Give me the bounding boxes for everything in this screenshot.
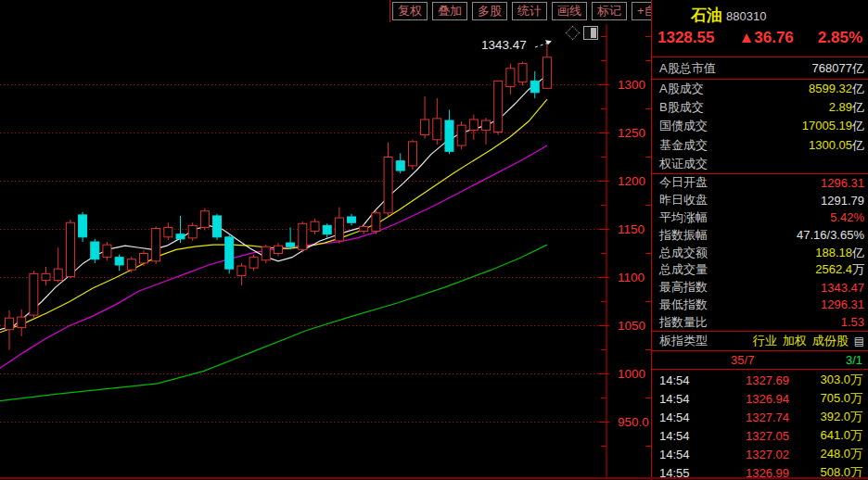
advance-decline: 涨家.涨停35/7跌家.跌停3/1 bbox=[652, 351, 868, 369]
y-axis-label: 950.0 bbox=[618, 415, 649, 429]
tick-row: 14:541327.74392.0万 bbox=[652, 408, 868, 426]
row-value: 2562.4万 bbox=[815, 261, 864, 278]
board-type: 板指类型行业加权成份股▤ bbox=[652, 332, 868, 350]
table-row: 权证成交 bbox=[652, 155, 868, 173]
app-window: 1300125012001150110010501000950.01343.47… bbox=[0, 0, 868, 480]
row-value: 1300.05亿 bbox=[809, 137, 864, 154]
diamond-icon[interactable] bbox=[566, 26, 581, 41]
candle-16 bbox=[200, 211, 209, 228]
row-label: 总成交量 bbox=[659, 261, 708, 278]
bottom-border bbox=[0, 477, 868, 479]
candle-7 bbox=[91, 242, 99, 259]
candle-27 bbox=[335, 218, 343, 241]
row-label: 板指类型 bbox=[659, 333, 708, 349]
board-type-value: 加权 bbox=[783, 333, 807, 349]
down-label: 跌家.跌停 bbox=[774, 352, 826, 369]
y-axis-label: 1200 bbox=[618, 174, 645, 188]
table-row: 昨日收盘1291.79 bbox=[652, 192, 868, 209]
tick-time: 14:54 bbox=[659, 448, 711, 461]
candle-23 bbox=[287, 243, 295, 246]
tick-time: 14:54 bbox=[659, 411, 711, 424]
candle-2 bbox=[30, 273, 38, 315]
instrument-name: 石油 bbox=[691, 6, 722, 24]
table-row: A股总市值768077亿 bbox=[652, 58, 868, 79]
ma-slow-magenta bbox=[0, 145, 547, 368]
toolbar-button-1[interactable]: 叠加 bbox=[432, 2, 467, 20]
ma-long-green bbox=[0, 245, 547, 400]
table-row: 平均涨幅5.42% bbox=[652, 209, 868, 227]
candle-1 bbox=[18, 317, 26, 327]
y-axis-label: 1100 bbox=[618, 271, 645, 284]
candle-14 bbox=[176, 234, 185, 239]
row-value: 8599.32亿 bbox=[809, 81, 864, 97]
y-axis-label: 1250 bbox=[618, 126, 645, 140]
separator bbox=[652, 57, 868, 57]
candle-15 bbox=[188, 225, 197, 238]
row-label: 今日开盘 bbox=[659, 174, 708, 191]
candle-21 bbox=[262, 246, 270, 260]
toolbar-button-4[interactable]: 画线 bbox=[552, 2, 587, 20]
candle-9 bbox=[115, 258, 123, 265]
row-value: 188.18亿 bbox=[815, 245, 864, 261]
candle-31 bbox=[384, 158, 392, 213]
toolbar-button-2[interactable]: 多股 bbox=[472, 2, 507, 20]
chart-corner-icons bbox=[568, 26, 598, 40]
candle-38 bbox=[469, 120, 478, 130]
tick-time: 14:54 bbox=[659, 392, 711, 406]
table-row: 指数振幅47.16/3.65% bbox=[652, 226, 868, 244]
candle-22 bbox=[274, 246, 282, 253]
candle-24 bbox=[299, 223, 307, 249]
row-label: 权证成交 bbox=[659, 156, 708, 172]
market-cap-row: A股总市值768077亿 bbox=[652, 58, 868, 79]
row-label: 总成交额 bbox=[659, 245, 708, 261]
board-list-icon[interactable]: ▤ bbox=[854, 335, 864, 347]
quote-panel: 石油880310 1328.55 ▲36.76 2.85% A股总市值76807… bbox=[651, 0, 868, 480]
row-label: 最低指数 bbox=[659, 297, 708, 313]
candle-6 bbox=[79, 215, 87, 237]
instrument-title: 石油880310 bbox=[652, 5, 868, 26]
price-change-pct: 2.85% bbox=[818, 29, 862, 47]
candle-12 bbox=[152, 228, 160, 260]
row-label: 平均涨幅 bbox=[659, 209, 708, 226]
row-label: A股成交 bbox=[659, 81, 704, 97]
y-axis-label: 1050 bbox=[618, 319, 645, 333]
candle-30 bbox=[372, 213, 380, 232]
tick-row: 14:541327.02248.0万 bbox=[652, 445, 868, 463]
up-label: 涨家.涨停 bbox=[659, 352, 711, 369]
candle-29 bbox=[360, 226, 368, 231]
down-value: 3/1 bbox=[846, 353, 862, 367]
table-row: 指数量比1.53 bbox=[652, 313, 868, 331]
toolbar-button-0[interactable]: 复权 bbox=[392, 2, 428, 20]
candle-20 bbox=[249, 258, 258, 268]
candle-34 bbox=[421, 120, 429, 135]
table-row: B股成交2.89亿 bbox=[652, 98, 868, 117]
split-window-icon[interactable] bbox=[583, 26, 598, 40]
row-label: 最高指数 bbox=[659, 279, 708, 296]
tick-volume: 303.0万 bbox=[789, 372, 862, 388]
turnover-rows: A股成交8599.32亿B股成交2.89亿国债成交17005.19亿基金成交13… bbox=[652, 80, 868, 173]
tick-price: 1327.02 bbox=[711, 448, 789, 461]
table-row: 总成交额188.18亿 bbox=[652, 244, 868, 261]
quote-line: 1328.55 ▲36.76 2.85% bbox=[657, 29, 862, 47]
candle-19 bbox=[237, 266, 246, 275]
row-value: 1343.47 bbox=[821, 281, 864, 295]
tick-price: 1326.94 bbox=[711, 392, 789, 406]
tick-price: 1327.05 bbox=[711, 429, 789, 443]
candle-36 bbox=[445, 120, 453, 151]
candle-41 bbox=[506, 69, 515, 87]
candle-18 bbox=[225, 237, 234, 269]
tick-time: 14:54 bbox=[659, 373, 711, 387]
row-value: 47.16/3.65% bbox=[797, 228, 864, 242]
row-label: 昨日收盘 bbox=[659, 192, 708, 208]
row-value: 5.42% bbox=[830, 210, 864, 224]
candle-32 bbox=[396, 161, 404, 171]
advance-decline-row: 涨家.涨停35/7跌家.跌停3/1 bbox=[652, 351, 868, 369]
candle-39 bbox=[482, 120, 491, 130]
row-label: B股成交 bbox=[659, 99, 704, 116]
toolbar-button-3[interactable]: 统计 bbox=[512, 2, 547, 20]
price-change: ▲36.76 bbox=[738, 29, 793, 47]
toolbar-button-5[interactable]: 标记 bbox=[592, 2, 627, 20]
tick-list[interactable]: 14:541327.69303.0万14:541326.94705.0万14:5… bbox=[652, 371, 868, 480]
board-type-value: 成份股 bbox=[812, 333, 849, 349]
candlestick-chart[interactable]: 1300125012001150110010501000950.01343.47 bbox=[0, 0, 651, 480]
